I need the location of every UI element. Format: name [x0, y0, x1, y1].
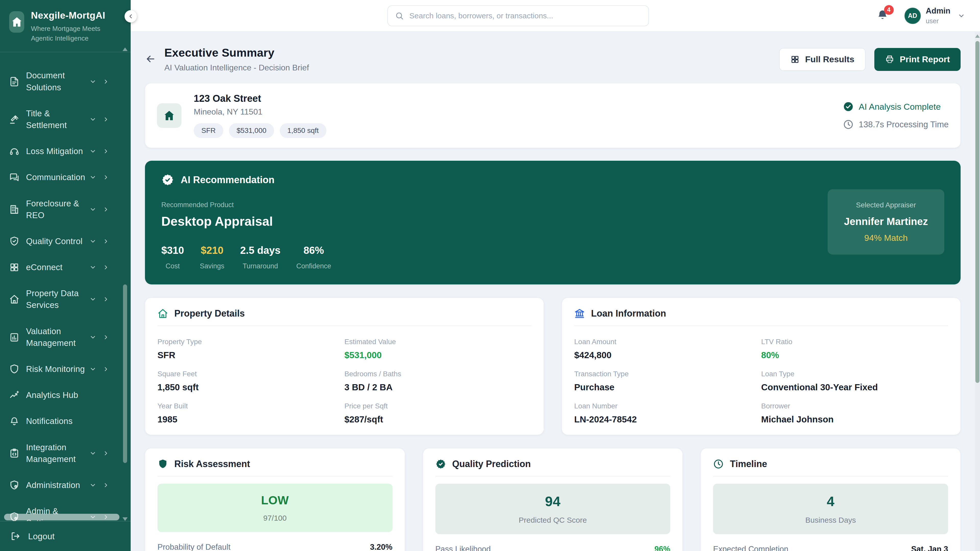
- sidebar: Nexgile-MortgAI Where Mortgage Meets Age…: [0, 0, 130, 551]
- timeline-rows: Expected CompletionSat, Jan 3Buffer Days…: [713, 538, 948, 551]
- chevron-right-icon: [103, 206, 109, 213]
- chevron-down-icon: [89, 295, 97, 303]
- sidebar-item-communication[interactable]: Communication: [9, 164, 109, 190]
- field-property-type: Property TypeSFR: [158, 338, 345, 360]
- field-year-built: Year Built1985: [158, 402, 345, 424]
- sidebar-item-risk-monitoring[interactable]: Risk Monitoring: [9, 356, 109, 382]
- field-value: 80%: [761, 350, 948, 360]
- appraiser-label: Selected Appraiser: [844, 201, 928, 209]
- logout-icon: [10, 531, 21, 541]
- property-details-title: Property Details: [174, 308, 245, 319]
- metric-label: Probability of Default: [158, 543, 231, 551]
- property-details-card: Property Details Property TypeSFREstimat…: [145, 298, 544, 435]
- print-report-label: Print Report: [900, 54, 950, 64]
- timeline-card: Timeline 4 Business Days Expected Comple…: [700, 448, 961, 551]
- check-circle-icon: [843, 101, 854, 112]
- logout-button[interactable]: Logout: [0, 521, 130, 551]
- chevron-down-icon: [89, 148, 97, 155]
- sidebar-item-label: Loss Mitigation: [26, 145, 89, 157]
- content: Executive Summary AI Valuation Intellige…: [130, 32, 980, 551]
- sidebar-collapse-button[interactable]: [124, 10, 137, 22]
- search-bar[interactable]: [387, 5, 649, 26]
- sidebar-item-loss-mitigation[interactable]: Loss Mitigation: [9, 138, 109, 164]
- field-label: Price per Sqft: [345, 402, 531, 410]
- sidebar-item-econnect[interactable]: eConnect: [9, 254, 109, 280]
- field-label: Square Feet: [158, 370, 345, 378]
- sidebar-horizontal-scrollbar[interactable]: [4, 514, 119, 520]
- search-input[interactable]: [409, 11, 641, 20]
- notifications-button[interactable]: 4: [877, 9, 889, 22]
- shield-check-icon: [9, 236, 19, 246]
- sidebar-item-administration[interactable]: Administration: [9, 472, 109, 498]
- metric-label: Pass Likelihood: [435, 545, 491, 551]
- page-scrollbar-thumb[interactable]: [975, 41, 980, 383]
- timeline-days: 4: [718, 493, 943, 509]
- chevron-down-icon: [89, 174, 97, 181]
- metric-label: Expected Completion: [713, 545, 788, 551]
- clock-icon: [713, 459, 724, 469]
- full-results-button[interactable]: Full Results: [779, 48, 865, 71]
- stat-confidence: 86%Confidence: [296, 245, 331, 270]
- field-label: Loan Type: [761, 370, 948, 378]
- sidebar-item-foreclosure-reo[interactable]: Foreclosure & REO: [9, 191, 109, 228]
- loan-information-card: Loan Information Loan Amount$424,800LTV …: [562, 298, 961, 435]
- chevron-right-icon: [103, 482, 109, 489]
- property-banner: 123 Oak Street Mineola, NY 11501 SFR$531…: [145, 83, 961, 148]
- qc-score-label: Predicted QC Score: [441, 516, 665, 524]
- risk-level-box: LOW 97/100: [158, 484, 393, 532]
- grid-icon: [791, 55, 800, 64]
- home-icon: [163, 110, 175, 121]
- sidebar-item-quality-control[interactable]: Quality Control: [9, 228, 109, 254]
- sidebar-item-integration-management[interactable]: Integration Management: [9, 434, 109, 472]
- full-results-label: Full Results: [805, 54, 854, 64]
- page-subtitle: AI Valuation Intelligence - Decision Bri…: [164, 63, 309, 73]
- property-location: Mineola, NY 11501: [194, 107, 326, 117]
- sidebar-item-document-solutions[interactable]: Document Solutions: [9, 62, 109, 100]
- notification-badge: 4: [884, 5, 894, 15]
- sidebar-item-label: Quality Control: [26, 235, 89, 247]
- stat-label: Confidence: [296, 262, 331, 270]
- sidebar-item-property-data-services[interactable]: Property Data Services: [9, 280, 109, 318]
- shield-user-icon: [9, 480, 19, 490]
- brand-name: Nexgile-MortgAI: [31, 10, 121, 21]
- chart-clipboard-icon: [9, 332, 19, 342]
- selected-appraiser-box: Selected Appraiser Jennifer Martinez 94%…: [828, 189, 944, 254]
- chevron-right-icon: [103, 148, 109, 155]
- field-transaction-type: Transaction TypePurchase: [574, 370, 761, 392]
- metric-value: 3.20%: [370, 543, 393, 551]
- chevron-down-icon: [89, 206, 97, 213]
- back-button[interactable]: [145, 53, 157, 65]
- sidebar-item-title-settlement[interactable]: Title & Settlement: [9, 100, 109, 138]
- home-icon: [11, 16, 23, 28]
- chevron-right-icon: [103, 450, 109, 457]
- analysis-status-text: AI Analysis Complete: [859, 102, 941, 112]
- loan-information-fields: Loan Amount$424,800LTV Ratio80%Transacti…: [574, 338, 948, 424]
- field-value: 1,850 sqft: [158, 382, 345, 392]
- clock-icon: [843, 119, 854, 130]
- field-value: Purchase: [574, 382, 761, 392]
- scroll-up-icon[interactable]: [975, 35, 980, 38]
- recommended-product-label: Recommended Product: [161, 201, 828, 209]
- risk-level: LOW: [162, 493, 387, 507]
- user-menu-chevron-icon[interactable]: [958, 12, 965, 20]
- sidebar-item-label: Administration: [26, 479, 89, 491]
- field-value: 3 BD / 2 BA: [345, 382, 531, 392]
- printer-icon: [885, 55, 894, 64]
- sidebar-item-label: Notifications: [26, 415, 89, 427]
- scroll-up-icon[interactable]: [123, 48, 127, 51]
- sidebar-item-analytics-hub[interactable]: Analytics Hub: [9, 382, 109, 408]
- sidebar-vertical-scrollbar[interactable]: [123, 48, 127, 520]
- sidebar-item-notifications[interactable]: Notifications: [9, 408, 109, 434]
- metric-row-expected-completion: Expected CompletionSat, Jan 3: [713, 538, 948, 551]
- scroll-down-icon[interactable]: [123, 517, 127, 521]
- sidebar-scrollbar-thumb[interactable]: [123, 284, 127, 463]
- field-value: $531,000: [345, 350, 531, 360]
- avatar[interactable]: AD: [904, 8, 921, 24]
- print-report-button[interactable]: Print Report: [874, 48, 961, 71]
- field-label: LTV Ratio: [761, 338, 948, 346]
- chevron-down-icon: [89, 116, 97, 123]
- sidebar-item-valuation-management[interactable]: Valuation Management: [9, 318, 109, 356]
- page-scrollbar[interactable]: [975, 32, 980, 551]
- chevron-right-icon: [103, 116, 109, 123]
- badge-check-icon: [161, 173, 174, 186]
